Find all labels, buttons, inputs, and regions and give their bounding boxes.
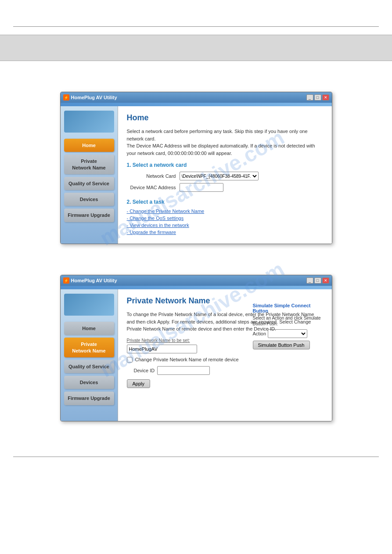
main-desc-1: Select a network card before performing …	[127, 128, 323, 157]
accent-bar-2	[61, 286, 332, 289]
dialog-controls-1: _ □ ✕	[306, 94, 329, 101]
device-id-label: Device ID	[134, 368, 155, 373]
dialog-main-private: Private Network Name To change the Priva…	[118, 289, 332, 421]
dialog-titlebar-2: ⚡ HomePlug AV Utility _ □ ✕	[61, 275, 332, 286]
nav-home-2[interactable]: Home	[64, 322, 114, 335]
dialog-title-home: ⚡ HomePlug AV Utility	[63, 94, 117, 101]
network-card-row: Network Card \Device\NPF_{48060F38-4589-…	[127, 172, 323, 180]
section2-header: 2. Select a task	[127, 199, 323, 205]
link-change-private-network[interactable]: - Change the Private Network Name	[127, 209, 323, 214]
app-icon-1: ⚡	[63, 94, 69, 101]
section1-header: 1. Select a network card	[127, 162, 323, 168]
bottom-rule	[13, 457, 379, 457]
header-band	[0, 35, 392, 61]
network-name-input[interactable]	[127, 345, 197, 353]
remote-device-checkbox[interactable]	[127, 357, 133, 363]
device-mac-input[interactable]	[180, 183, 223, 192]
simulate-btn[interactable]: Simulate Button Push	[253, 341, 310, 349]
remote-device-label: Change Private Network Name of remote de…	[135, 357, 239, 362]
nav-devices-2[interactable]: Devices	[64, 376, 114, 389]
network-card-select[interactable]: \Device\NPF_{48060F38-4589-41F...	[180, 172, 259, 180]
maximize-btn-2[interactable]: □	[314, 277, 321, 284]
task-section: 2. Select a task - Change the Private Ne…	[127, 199, 323, 235]
dialog-controls-2: _ □ ✕	[306, 277, 329, 284]
main-heading-1: Home	[127, 113, 323, 122]
device-id-input[interactable]	[157, 366, 210, 375]
accent-bar-1	[61, 103, 332, 106]
sidebar-logo-1	[64, 111, 114, 133]
close-btn-2[interactable]: ✕	[322, 277, 329, 284]
sidebar-2: Home PrivateNetwork Name Quality of Serv…	[61, 289, 118, 421]
network-card-label: Network Card	[127, 173, 180, 179]
dialog-private-network: ⚡ HomePlug AV Utility _ □ ✕ Home Private…	[60, 275, 332, 421]
device-mac-label: Device MAC Address	[127, 185, 180, 190]
sidebar-1: Home PrivateNetwork Name Quality of Serv…	[61, 106, 118, 244]
minimize-btn-1[interactable]: _	[306, 94, 313, 101]
dialog-inner-1: Home PrivateNetwork Name Quality of Serv…	[61, 106, 332, 244]
checkbox-row: Change Private Network Name of remote de…	[127, 357, 323, 363]
nav-qos-1[interactable]: Quality of Service	[64, 177, 114, 190]
apply-btn[interactable]: Apply	[127, 379, 151, 388]
dialog-titlebar-home: ⚡ HomePlug AV Utility _ □ ✕	[61, 92, 332, 103]
dialog-title-2: ⚡ HomePlug AV Utility	[63, 277, 117, 284]
nav-firmware-1[interactable]: Firmware Upgrade	[64, 209, 114, 222]
dialog-inner-2: Home PrivateNetwork Name Quality of Serv…	[61, 289, 332, 421]
nav-home-1[interactable]: Home	[64, 139, 114, 152]
link-change-qos[interactable]: - Change the QoS settings	[127, 216, 323, 221]
minimize-btn-2[interactable]: _	[306, 277, 313, 284]
nav-firmware-2[interactable]: Firmware Upgrade	[64, 392, 114, 405]
top-rule	[13, 26, 379, 27]
dialog-main-home: Home Select a network card before perfor…	[118, 106, 332, 244]
device-id-row: Device ID	[134, 366, 323, 375]
link-upgrade-firmware[interactable]: - Upgrade the firmware	[127, 230, 323, 235]
nav-private-network-2[interactable]: PrivateNetwork Name	[64, 338, 114, 357]
dialog-home: ⚡ HomePlug AV Utility _ □ ✕ Home Private…	[60, 92, 332, 244]
maximize-btn-1[interactable]: □	[314, 94, 321, 101]
device-mac-row: Device MAC Address	[127, 183, 323, 192]
nav-private-network-1[interactable]: PrivateNetwork Name	[64, 155, 114, 174]
sidebar-logo-2	[64, 294, 114, 316]
nav-devices-1[interactable]: Devices	[64, 193, 114, 206]
link-view-devices[interactable]: - View devices in the network	[127, 223, 323, 228]
close-btn-1[interactable]: ✕	[322, 94, 329, 101]
app-icon-2: ⚡	[63, 277, 69, 284]
nav-qos-2[interactable]: Quality of Service	[64, 360, 114, 373]
